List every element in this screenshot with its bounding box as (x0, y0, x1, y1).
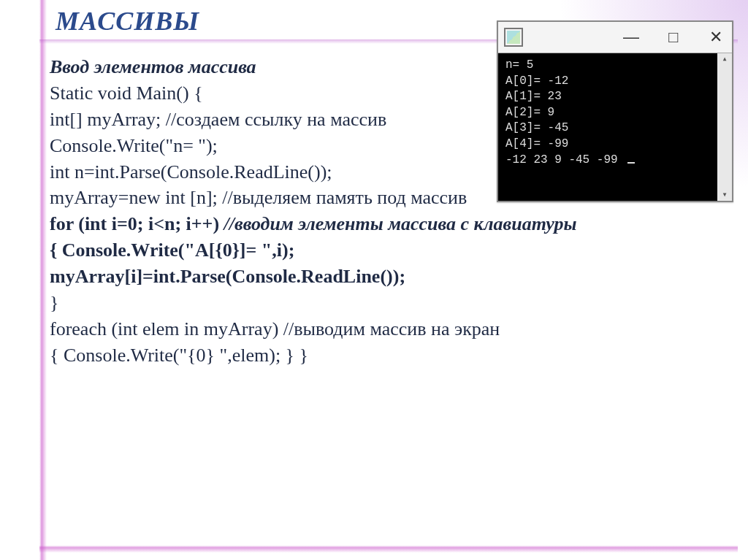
code-line: { Console.Write("A[{0}]= ",i); (50, 237, 726, 264)
scroll-up-icon[interactable]: ▴ (722, 55, 727, 64)
console-output: n= 5 A[0]= -12 A[1]= 23 A[2]= 9 A[3]= -4… (498, 53, 732, 201)
console-line: -12 23 9 -45 -99 (505, 153, 725, 169)
scroll-down-icon[interactable]: ▾ (722, 191, 727, 199)
code-line: for (int i=0; i<n; i++) //вводим элемент… (50, 211, 726, 237)
code-line: { Console.Write("{0} ",elem); } } (50, 342, 726, 369)
window-controls: — □ ✕ (621, 29, 726, 45)
app-icon (504, 28, 523, 47)
scrollbar[interactable]: ▴ ▾ (717, 53, 732, 201)
console-line: n= 5 (505, 58, 725, 74)
code-line: myArray[i]=int.Parse(Console.ReadLine())… (50, 264, 726, 290)
maximize-button[interactable]: □ (663, 29, 684, 45)
code-line: foreach (int elem in myArray) //выводим … (50, 316, 726, 342)
cursor-icon (627, 162, 635, 164)
console-line: A[3]= -45 (505, 120, 725, 137)
console-line: A[1]= 23 (505, 89, 725, 105)
window-titlebar: — □ ✕ (498, 22, 732, 53)
decorative-left-border (39, 0, 47, 560)
slide: МАССИВЫ Ввод элементов массива Static vo… (0, 0, 748, 560)
console-line: A[4]= -99 (505, 137, 725, 153)
console-line: A[0]= -12 (505, 74, 725, 90)
console-window: — □ ✕ n= 5 A[0]= -12 A[1]= 23 A[2]= 9 A[… (497, 20, 733, 202)
close-button[interactable]: ✕ (706, 29, 726, 45)
decorative-bottom-border (39, 545, 738, 553)
console-line: A[2]= 9 (505, 105, 725, 121)
minimize-button[interactable]: — (621, 29, 641, 45)
code-line: } (50, 290, 726, 316)
